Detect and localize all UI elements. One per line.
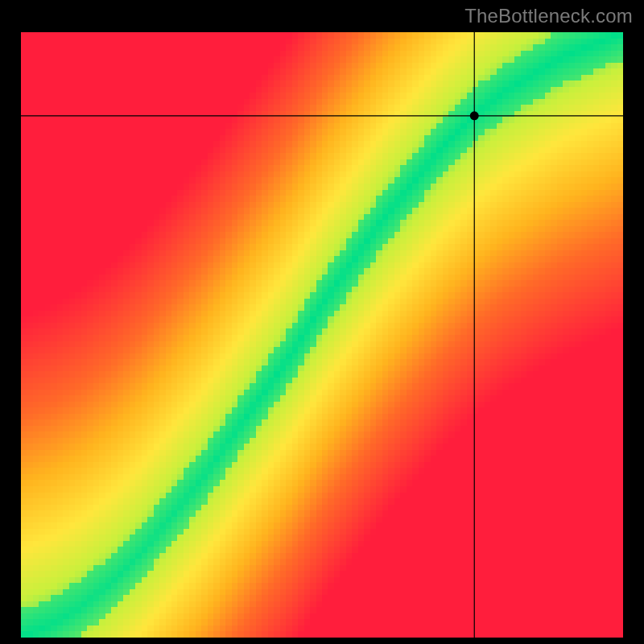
overlay-svg — [21, 32, 623, 638]
chart-frame: TheBottleneck.com — [0, 0, 644, 644]
marker-dot — [470, 111, 479, 120]
watermark: TheBottleneck.com — [464, 5, 633, 27]
